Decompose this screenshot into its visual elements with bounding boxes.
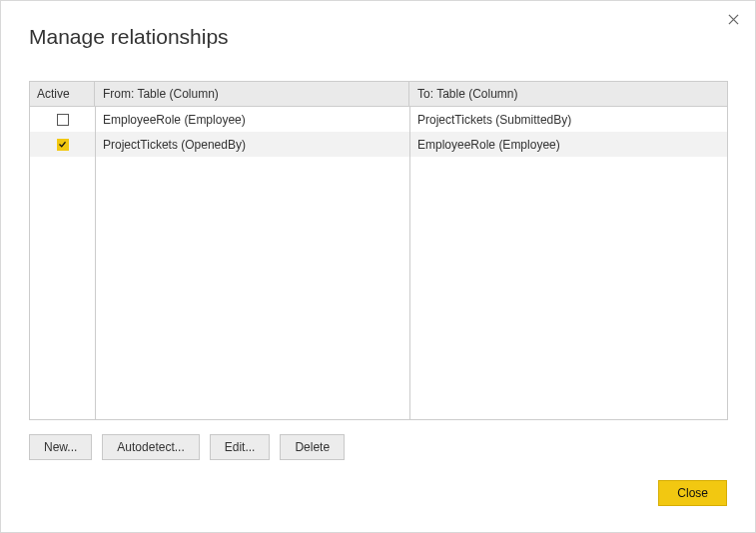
new-button[interactable]: New... xyxy=(29,434,92,460)
close-icon[interactable] xyxy=(723,9,743,29)
cell-to: EmployeeRole (Employee) xyxy=(409,132,727,157)
action-buttons: New... Autodetect... Edit... Delete xyxy=(29,434,345,460)
cell-from: EmployeeRole (Employee) xyxy=(95,107,409,132)
cell-from: ProjectTickets (OpenedBy) xyxy=(95,132,409,157)
active-checkbox[interactable] xyxy=(57,139,69,151)
relationships-table: Active From: Table (Column) To: Table (C… xyxy=(29,81,728,420)
table-row[interactable]: EmployeeRole (Employee) ProjectTickets (… xyxy=(30,107,727,132)
cell-to: ProjectTickets (SubmittedBy) xyxy=(409,107,727,132)
header-from: From: Table (Column) xyxy=(95,82,409,106)
autodetect-button[interactable]: Autodetect... xyxy=(102,434,199,460)
table-body: EmployeeRole (Employee) ProjectTickets (… xyxy=(30,107,727,419)
header-active: Active xyxy=(30,82,95,106)
table-header: Active From: Table (Column) To: Table (C… xyxy=(30,82,727,107)
column-divider xyxy=(409,107,410,419)
delete-button[interactable]: Delete xyxy=(280,434,345,460)
table-row[interactable]: ProjectTickets (OpenedBy) EmployeeRole (… xyxy=(30,132,727,157)
dialog-title: Manage relationships xyxy=(29,25,229,49)
column-divider xyxy=(95,107,96,419)
manage-relationships-dialog: Manage relationships Active From: Table … xyxy=(0,0,756,533)
edit-button[interactable]: Edit... xyxy=(210,434,271,460)
header-to: To: Table (Column) xyxy=(409,82,727,106)
active-checkbox[interactable] xyxy=(57,114,69,126)
close-button[interactable]: Close xyxy=(658,480,727,506)
